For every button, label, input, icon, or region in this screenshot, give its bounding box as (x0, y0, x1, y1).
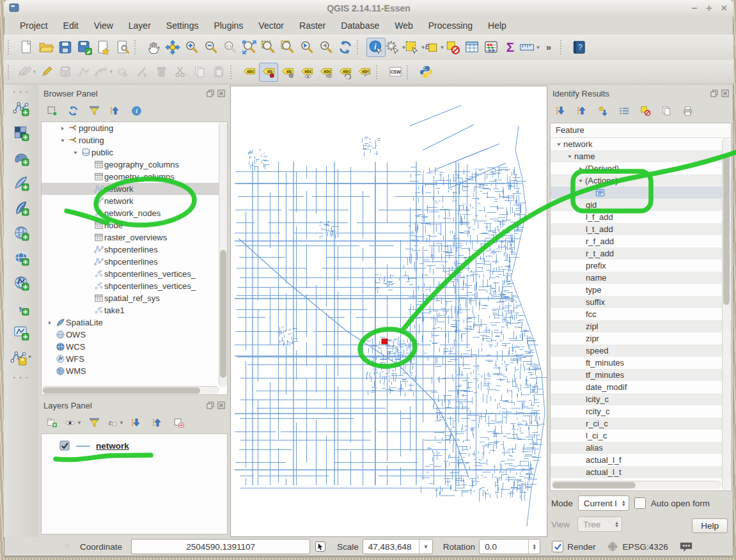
browser-vertical-scrollbar[interactable] (219, 122, 227, 387)
toggle-extents-icon[interactable] (314, 540, 327, 553)
expand-tree-button[interactable] (552, 102, 569, 119)
clear-results-button[interactable] (637, 102, 654, 119)
log-messages-icon[interactable] (678, 540, 694, 553)
remove-layer-button[interactable] (170, 414, 187, 431)
add-vector-layer-button[interactable] (8, 97, 34, 118)
identify-row-r-ci-c[interactable]: r_ci_c (551, 417, 731, 430)
add-wfs-layer-button[interactable] (8, 272, 34, 293)
browser-item-shpcenterlines-vertices-[interactable]: shpcenterlines_vertices_ (42, 280, 227, 292)
expander-open-icon[interactable] (565, 153, 574, 160)
expander-closed-icon[interactable] (576, 166, 585, 172)
menu-project[interactable]: Project (13, 19, 55, 33)
identify-row-zipr[interactable]: zipr (551, 332, 731, 345)
rotate-label-button[interactable]: abc (336, 63, 355, 82)
maximize-button[interactable]: + (706, 3, 712, 14)
close-button[interactable]: × (721, 3, 727, 14)
expander-closed-icon[interactable] (45, 320, 54, 326)
zoom-native-button[interactable]: 1:1 (221, 38, 240, 57)
add-wms-layer-button[interactable] (8, 222, 34, 243)
metasearch-button[interactable]: CSW (386, 63, 405, 82)
identify-row--derived-[interactable]: (Derived) (551, 162, 731, 175)
new-print-composer-button[interactable] (94, 38, 113, 57)
identify-row-actual-l-t[interactable]: actual_l_t (551, 466, 731, 478)
collapse-tree-button[interactable] (574, 102, 590, 119)
dropdown-caret-icon[interactable]: ▼ (27, 354, 33, 360)
toolbar-overflow-dots[interactable]: • • • (13, 377, 29, 379)
menu-database[interactable]: Database (334, 19, 386, 33)
copy-feature-button[interactable] (658, 102, 675, 119)
identify-horizontal-scrollbar[interactable] (551, 481, 721, 489)
coordinate-input[interactable]: 2504590,1391107 (131, 539, 310, 554)
browser-item-raster-overviews[interactable]: raster_overviews (42, 231, 227, 244)
browser-item-wfs[interactable]: WFS (42, 353, 227, 365)
python-console-button[interactable] (416, 63, 435, 82)
identify-row-name[interactable]: name (551, 272, 731, 284)
menu-layer[interactable]: Layer (121, 19, 158, 33)
browser-item-pgrouting[interactable]: pgrouting (42, 122, 227, 134)
identify-row-network[interactable]: network (551, 138, 731, 150)
add-selected-layers-button[interactable] (43, 102, 60, 119)
browser-item-wms[interactable]: WMS (42, 365, 227, 377)
expander-open-icon[interactable] (576, 178, 585, 184)
show-hide-labels-button[interactable]: abc (297, 63, 317, 82)
browser-item-network-nodes[interactable]: network_nodes (42, 207, 227, 219)
rotation-spinner-icon[interactable]: ▲▼ (528, 540, 540, 554)
menu-processing[interactable]: Processing (421, 19, 480, 33)
menu-raster[interactable]: Raster (292, 19, 333, 33)
save-project-as-button[interactable] (75, 38, 94, 57)
browser-horizontal-scrollbar[interactable] (42, 386, 219, 394)
expand-new-results-button[interactable] (595, 102, 611, 119)
browser-item-wcs[interactable]: WCS (42, 341, 227, 353)
browser-item-network[interactable]: network (42, 183, 227, 195)
expander-open-icon[interactable] (58, 137, 67, 144)
zoom-to-selection-button[interactable] (259, 38, 278, 57)
menu-view[interactable]: View (87, 19, 120, 33)
field-calculator-button[interactable] (482, 38, 501, 57)
browser-item-node[interactable]: node (42, 219, 227, 231)
identify-row-fcc[interactable]: fcc (551, 308, 731, 320)
scale-combobox[interactable]: 47,483,648 ▼ (363, 539, 433, 554)
expander-open-icon[interactable] (554, 141, 563, 148)
change-label-button[interactable]: abc (355, 63, 374, 82)
expand-all-button[interactable] (128, 414, 145, 431)
identify-row-r-t-add[interactable]: r_t_add (551, 247, 731, 260)
dropdown-caret-icon[interactable]: ▼ (77, 420, 82, 426)
new-shapefile-layer-button[interactable]: *▼ (8, 346, 34, 368)
zoom-full-button[interactable] (240, 38, 259, 57)
move-label-button[interactable]: abc (317, 63, 336, 82)
identify-row-actual-l-f[interactable]: actual_l_f (551, 454, 731, 466)
menu-help[interactable]: Help (481, 19, 513, 33)
save-project-button[interactable] (56, 38, 75, 57)
zoom-out-button[interactable] (201, 38, 221, 57)
browser-item-shpcenterlines[interactable]: shpcenterlines (42, 244, 227, 256)
zoom-to-layer-button[interactable] (278, 38, 297, 57)
menu-plugins[interactable]: Plugins (207, 19, 250, 33)
float-panel-icon[interactable] (710, 89, 718, 97)
open-form-button[interactable] (616, 102, 632, 119)
refresh-map-button[interactable] (336, 38, 355, 57)
dropdown-caret-icon[interactable]: ▼ (119, 420, 124, 426)
browser-item-geography-columns[interactable]: geography_columns (42, 159, 227, 171)
pan-to-selection-button[interactable] (163, 38, 182, 57)
identify-row-l-t-add[interactable]: l_t_add (551, 223, 731, 235)
zoom-in-button[interactable] (182, 38, 201, 57)
identify-row-tf-minutes[interactable]: tf_minutes (551, 369, 731, 381)
collapse-all-button[interactable] (107, 102, 123, 119)
add-mssql-layer-button[interactable] (8, 197, 34, 218)
open-attribute-table-button[interactable] (462, 38, 482, 57)
identify-vertical-scrollbar[interactable] (722, 138, 730, 490)
browser-item-ows[interactable]: OWS (42, 329, 227, 341)
identify-row-lcity-c[interactable]: lcity_c (551, 393, 731, 405)
map-canvas[interactable] (230, 86, 547, 537)
select-by-expression-button[interactable]: ε▼ (424, 38, 443, 57)
layer-item-network[interactable]: network (42, 434, 227, 451)
add-raster-layer-button[interactable] (8, 122, 34, 143)
refresh-browser-button[interactable] (65, 102, 81, 119)
filter-browser-button[interactable] (86, 102, 102, 119)
identify-row-l-f-add[interactable]: l_f_add (551, 211, 731, 223)
add-delimited-text-layer-button[interactable]: , (8, 297, 34, 318)
identify-row-gid[interactable]: gid (551, 199, 731, 211)
identify-row-r-f-add[interactable]: r_f_add (551, 235, 731, 247)
form-icon[interactable] (594, 188, 606, 198)
highlight-pinned-labels-button[interactable]: ab (278, 63, 297, 82)
